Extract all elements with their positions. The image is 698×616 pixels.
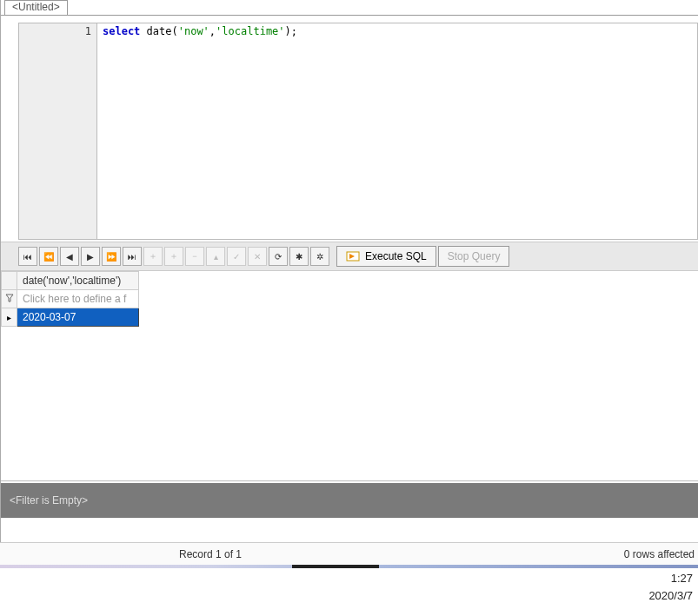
prev-page-button[interactable]: ⏪ (39, 247, 58, 266)
filter-status-text: <Filter is Empty> (10, 494, 88, 507)
last-record-button[interactable]: ⏭ (123, 247, 142, 266)
filter-status-bar[interactable]: <Filter is Empty> (1, 483, 698, 518)
sql-editor[interactable]: 1 select date('now','localtime'); (1, 16, 698, 240)
clock-time: 1:27 (648, 570, 693, 587)
column-header[interactable]: date('now','localtime') (17, 272, 139, 290)
execute-sql-label: Execute SQL (365, 250, 427, 262)
status-bar: Record 1 of 1 0 rows affected (0, 542, 698, 565)
post-edit-button: ✓ (227, 247, 246, 266)
append-record-button: ＋ (164, 247, 183, 266)
insert-record-button: ＋ (143, 247, 163, 266)
os-taskbar-active (292, 565, 379, 568)
cancel-edit-button: ✕ (248, 247, 267, 266)
refresh-button[interactable]: ⟳ (269, 247, 288, 266)
execute-sql-button[interactable]: Execute SQL (336, 246, 436, 267)
prev-record-button[interactable]: ◀ (60, 247, 79, 266)
next-record-button[interactable]: ▶ (81, 247, 100, 266)
first-record-button[interactable]: ⏮ (18, 247, 37, 266)
stop-query-label: Stop Query (448, 250, 501, 262)
goto-bookmark-button[interactable]: ✲ (310, 247, 329, 266)
clock-date: 2020/3/7 (648, 587, 693, 605)
stop-query-button: Stop Query (438, 246, 510, 267)
delete-record-button: － (185, 247, 204, 266)
toolbar: ⏮ ⏪ ◀ ▶ ⏩ ⏭ ＋ ＋ － ▴ ✓ ✕ ⟳ ✱ ✲ Execute SQ… (1, 242, 698, 271)
record-status: Record 1 of 1 (174, 548, 242, 560)
system-clock[interactable]: 1:27 2020/3/7 (648, 570, 693, 604)
tab-untitled[interactable]: <Untitled> (4, 0, 68, 15)
filter-row-indicator (2, 290, 17, 308)
grid-corner (2, 272, 17, 290)
bookmark-button[interactable]: ✱ (289, 247, 309, 266)
filter-cell[interactable]: Click here to define a f (17, 290, 139, 308)
edit-record-button: ▴ (206, 247, 225, 266)
line-gutter: 1 (18, 23, 96, 240)
execute-icon (346, 250, 360, 262)
tab-bar: <Untitled> (1, 0, 698, 16)
results-grid[interactable]: date('now','localtime') Click here to de… (1, 271, 698, 481)
rows-affected-status: 0 rows affected (624, 548, 698, 560)
data-cell[interactable]: 2020-03-07 (17, 308, 139, 327)
code-area[interactable]: select date('now','localtime'); (96, 23, 698, 240)
next-page-button[interactable]: ⏩ (102, 247, 121, 266)
row-indicator: ▸ (2, 308, 17, 327)
